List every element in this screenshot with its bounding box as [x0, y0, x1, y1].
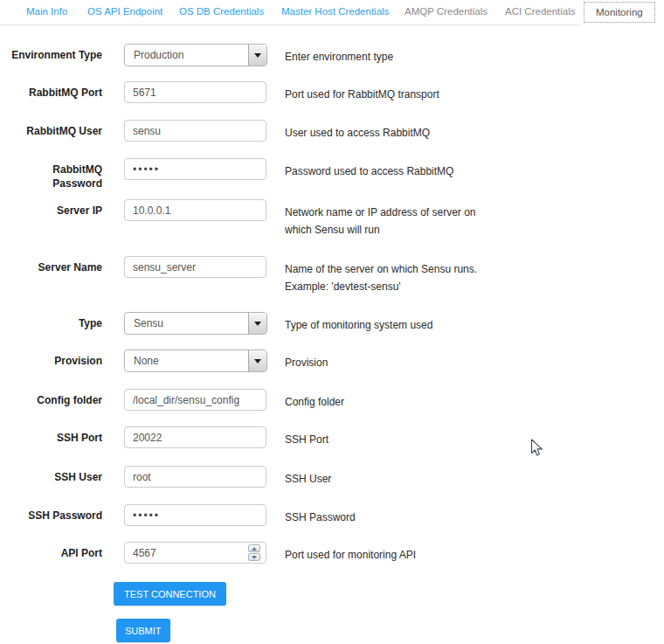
rabbitmq-user-input[interactable] [124, 120, 266, 142]
tab-main-info[interactable]: Main Info [26, 6, 67, 17]
select-value: Production [134, 49, 183, 61]
tab-bar-divider [0, 24, 580, 25]
ssh-user-help: SSH User [285, 466, 503, 488]
chevron-down-icon[interactable] [248, 313, 266, 334]
provision-select[interactable]: None [124, 350, 267, 372]
provision-label: Provision [0, 350, 102, 368]
environment-type-label: Environment Type [0, 44, 102, 62]
server-ip-help: Network name or IP address of server on … [285, 199, 503, 239]
type-select[interactable]: Sensu [124, 312, 267, 335]
select-value: None [134, 355, 159, 367]
ssh-port-label: SSH Port [0, 426, 102, 445]
select-value: Sensu [134, 317, 163, 329]
api-port-value: 4567 [133, 547, 156, 559]
rabbitmq-password-input[interactable] [124, 158, 266, 180]
chevron-down-icon[interactable] [248, 350, 266, 371]
ssh-port-help: SSH Port [285, 426, 503, 448]
environment-type-select[interactable]: Production [124, 44, 267, 66]
tab-aci-credentials[interactable]: ACI Credentials [505, 6, 576, 17]
provision-help: Provision [285, 350, 503, 371]
tab-bar: Main Info OS API Endpoint OS DB Credenti… [0, 0, 664, 25]
tab-master-host-credentials[interactable]: Master Host Credentials [281, 6, 389, 17]
tab-monitoring[interactable]: Monitoring [584, 2, 655, 23]
type-help: Type of monitoring system used [285, 312, 503, 334]
spin-up-button[interactable] [248, 544, 260, 552]
tab-os-api-endpoint[interactable]: OS API Endpoint [87, 6, 163, 17]
rabbitmq-password-help: Password used to access RabbitMQ [285, 158, 503, 180]
tab-amqp-credentials[interactable]: AMQP Credentials [405, 6, 488, 17]
rabbitmq-port-label: RabbitMQ Port [0, 81, 102, 100]
mouse-cursor-icon [530, 439, 545, 462]
ssh-password-input[interactable] [124, 504, 266, 526]
environment-type-help: Enter environment type [285, 44, 503, 66]
ssh-port-input[interactable] [124, 426, 266, 448]
submit-button[interactable]: SUBMIT [116, 619, 170, 642]
rabbitmq-user-help: User used to access RabbitMQ [285, 120, 503, 142]
rabbitmq-user-label: RabbitMQ User [0, 120, 102, 138]
api-port-input[interactable]: 4567 [124, 542, 266, 564]
config-folder-input[interactable] [124, 389, 266, 411]
spin-down-button[interactable] [248, 553, 260, 561]
server-name-label: Server Name [0, 256, 102, 274]
ssh-password-help: SSH Password [285, 504, 503, 526]
chevron-down-icon[interactable] [248, 45, 266, 66]
config-folder-help: Config folder [285, 389, 503, 411]
type-label: Type [0, 312, 102, 330]
rabbitmq-port-help: Port used for RabbitMQ transport [285, 81, 503, 103]
api-port-label: API Port [0, 542, 102, 560]
ssh-password-label: SSH Password [0, 504, 102, 523]
server-ip-input[interactable] [124, 199, 266, 221]
server-name-help: Name of the server on which Sensu runs. … [285, 256, 503, 295]
tab-os-db-credentials[interactable]: OS DB Credentials [179, 6, 264, 17]
ssh-user-input[interactable] [124, 466, 266, 488]
triangle-down-icon [252, 556, 257, 559]
ssh-user-label: SSH User [0, 466, 102, 484]
config-folder-label: Config folder [0, 389, 102, 407]
server-name-input[interactable] [124, 256, 266, 278]
rabbitmq-password-label: RabbitMQ Password [24, 158, 102, 190]
number-spinner [248, 544, 260, 562]
test-connection-button[interactable]: TEST CONNECTION [114, 582, 226, 606]
triangle-up-icon [252, 547, 257, 551]
rabbitmq-port-input[interactable] [124, 81, 266, 103]
api-port-help: Port used for monitoring API [285, 542, 503, 564]
server-ip-label: Server IP [0, 199, 102, 218]
